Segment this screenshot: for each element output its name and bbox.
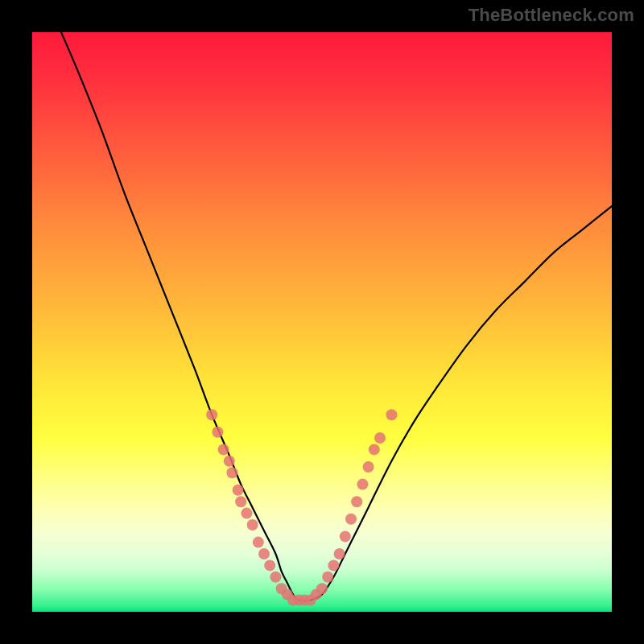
data-marker bbox=[235, 496, 246, 507]
data-marker bbox=[233, 485, 244, 496]
chart-frame: TheBottleneck.com bbox=[0, 0, 644, 644]
data-marker bbox=[212, 427, 223, 438]
data-marker bbox=[218, 444, 229, 455]
data-marker bbox=[264, 559, 275, 571]
data-marker bbox=[334, 548, 345, 559]
data-marker bbox=[258, 548, 270, 559]
data-marker bbox=[316, 583, 328, 594]
data-marker bbox=[357, 479, 368, 490]
data-marker bbox=[253, 537, 264, 548]
bottleneck-curve bbox=[61, 32, 612, 601]
data-marker bbox=[328, 559, 339, 571]
plot-area bbox=[32, 32, 612, 612]
data-marker bbox=[206, 409, 217, 420]
data-marker bbox=[345, 514, 357, 525]
data-marker bbox=[351, 496, 362, 507]
data-marker bbox=[247, 519, 258, 530]
data-marker bbox=[226, 467, 237, 478]
data-marker bbox=[386, 409, 397, 420]
watermark-text: TheBottleneck.com bbox=[469, 5, 634, 26]
data-marker bbox=[369, 444, 380, 455]
data-marker bbox=[241, 508, 252, 519]
data-marker bbox=[363, 461, 374, 473]
data-marker bbox=[374, 432, 386, 444]
data-marker bbox=[322, 572, 333, 583]
data-marker bbox=[340, 530, 351, 542]
curve-svg bbox=[32, 32, 612, 612]
data-marker bbox=[224, 456, 235, 467]
data-marker bbox=[270, 572, 281, 583]
